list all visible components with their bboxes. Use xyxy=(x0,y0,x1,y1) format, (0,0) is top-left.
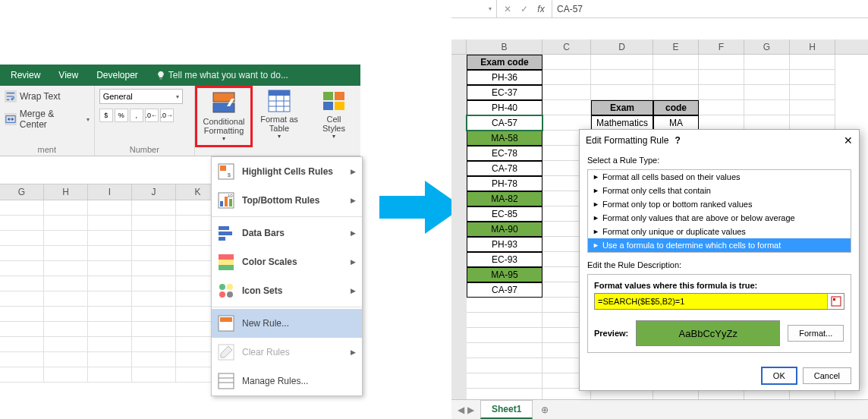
rule-type-item[interactable]: ►Format only unique or duplicate values xyxy=(588,225,851,238)
cf-new-rule[interactable]: New Rule... xyxy=(212,309,362,338)
cell[interactable]: code xyxy=(653,100,699,115)
cell[interactable] xyxy=(653,70,699,85)
rule-type-item[interactable]: ►Use a formula to determine which cells … xyxy=(588,238,851,252)
column-header[interactable]: F xyxy=(699,39,744,54)
cell[interactable] xyxy=(653,55,699,70)
percent-format-button[interactable]: % xyxy=(115,109,128,122)
cell[interactable] xyxy=(542,55,591,70)
cell[interactable] xyxy=(44,367,88,383)
cell[interactable] xyxy=(0,337,44,352)
cell[interactable]: EC-37 xyxy=(467,85,542,100)
cell[interactable] xyxy=(0,291,44,307)
rule-type-list[interactable]: ►Format all cells based on their values►… xyxy=(587,169,851,253)
cell[interactable]: MA-58 xyxy=(467,131,542,146)
cell[interactable] xyxy=(132,291,176,307)
cell[interactable] xyxy=(88,261,132,276)
cell[interactable]: Exam xyxy=(591,100,653,115)
enter-formula-icon[interactable]: ✓ xyxy=(518,4,530,14)
cell[interactable] xyxy=(132,276,176,291)
cell[interactable] xyxy=(591,55,653,70)
cell[interactable] xyxy=(542,100,591,115)
cf-data-bars[interactable]: Data Bars ▶ xyxy=(212,219,362,247)
cf-color-scales[interactable]: Color Scales ▶ xyxy=(212,247,362,276)
tab-view[interactable]: View xyxy=(49,65,87,86)
cell[interactable] xyxy=(699,85,744,100)
cell[interactable] xyxy=(0,352,44,367)
help-icon[interactable]: ? xyxy=(675,135,680,146)
cell[interactable] xyxy=(0,307,44,322)
cell[interactable] xyxy=(542,85,591,100)
cell[interactable] xyxy=(88,367,132,383)
cell[interactable]: PH-36 xyxy=(467,70,542,85)
cell[interactable]: EC-93 xyxy=(467,252,542,267)
format-button[interactable]: Format... xyxy=(788,325,844,342)
cell[interactable] xyxy=(44,322,88,337)
tab-developer[interactable]: Developer xyxy=(87,65,147,86)
cell[interactable] xyxy=(44,246,88,261)
cell[interactable] xyxy=(0,246,44,261)
cf-highlight-cells[interactable]: $ Highlight Cells Rules ▶ xyxy=(212,157,362,186)
cell-styles-button[interactable]: Cell Styles ▾ xyxy=(307,87,360,146)
cell[interactable] xyxy=(88,337,132,352)
cell[interactable]: CA-78 xyxy=(467,161,542,176)
cell[interactable] xyxy=(132,261,176,276)
cell[interactable] xyxy=(0,367,44,383)
name-box[interactable]: ▾ xyxy=(451,0,497,17)
cell[interactable] xyxy=(88,352,132,367)
cell[interactable] xyxy=(44,291,88,307)
cell[interactable] xyxy=(542,115,591,131)
cell[interactable] xyxy=(44,352,88,367)
formula-input[interactable]: =SEARCH($E$5,B2)=1 xyxy=(594,293,844,310)
cell[interactable] xyxy=(790,85,835,100)
sheet-nav-buttons[interactable]: ◀▶ xyxy=(451,405,480,415)
cell[interactable] xyxy=(44,276,88,291)
cf-manage-rules[interactable]: Manage Rules... xyxy=(212,367,362,395)
cell[interactable] xyxy=(88,200,132,216)
tab-review[interactable]: Review xyxy=(2,65,49,86)
cell[interactable]: CA-97 xyxy=(467,282,542,298)
cell[interactable]: MA-82 xyxy=(467,191,542,206)
decrease-decimal-button[interactable]: .0→ xyxy=(160,109,174,122)
rule-type-item[interactable]: ►Format only values that are above or be… xyxy=(588,211,851,225)
cell[interactable]: EC-78 xyxy=(467,146,542,161)
column-header[interactable]: D xyxy=(591,39,653,54)
column-header[interactable]: I xyxy=(88,184,132,200)
cell[interactable]: PH-40 xyxy=(467,100,542,115)
cell[interactable] xyxy=(790,70,835,85)
cell[interactable] xyxy=(88,276,132,291)
cell[interactable] xyxy=(88,322,132,337)
cell[interactable] xyxy=(132,231,176,246)
ok-button[interactable]: OK xyxy=(762,367,797,384)
cell[interactable] xyxy=(44,231,88,246)
cell[interactable] xyxy=(699,100,744,115)
cell[interactable]: Exam code xyxy=(467,55,542,70)
cell[interactable] xyxy=(0,322,44,337)
formula-bar-value[interactable]: CA-57 xyxy=(552,4,587,14)
cell[interactable] xyxy=(699,115,744,131)
cell[interactable] xyxy=(790,115,835,131)
cell[interactable]: CA-57 xyxy=(467,115,542,131)
cell[interactable] xyxy=(132,352,176,367)
cf-icon-sets[interactable]: Icon Sets ▶ xyxy=(212,276,362,305)
rule-type-item[interactable]: ►Format only cells that contain xyxy=(588,184,851,197)
tell-me-search[interactable]: Tell me what you want to do... xyxy=(147,65,297,86)
cell[interactable] xyxy=(467,343,542,358)
cell[interactable] xyxy=(744,100,790,115)
wrap-text-button[interactable]: Wrap Text xyxy=(3,87,91,106)
format-as-table-button[interactable]: Format as Table ▾ xyxy=(253,87,306,146)
cancel-button[interactable]: Cancel xyxy=(803,367,851,384)
cell[interactable] xyxy=(88,307,132,322)
cell[interactable] xyxy=(0,200,44,216)
cell[interactable] xyxy=(0,276,44,291)
number-format-select[interactable]: General ▾ xyxy=(99,89,183,104)
cell[interactable] xyxy=(132,367,176,383)
cancel-formula-icon[interactable]: ✕ xyxy=(502,4,514,14)
merge-center-button[interactable]: Merge & Center ▾ xyxy=(3,106,91,133)
range-selector-icon[interactable] xyxy=(827,294,844,309)
increase-decimal-button[interactable]: .0← xyxy=(145,109,159,122)
cell[interactable] xyxy=(542,70,591,85)
cell[interactable] xyxy=(0,231,44,246)
column-header[interactable]: G xyxy=(0,184,44,200)
cell[interactable] xyxy=(44,200,88,216)
cell[interactable] xyxy=(467,313,542,328)
